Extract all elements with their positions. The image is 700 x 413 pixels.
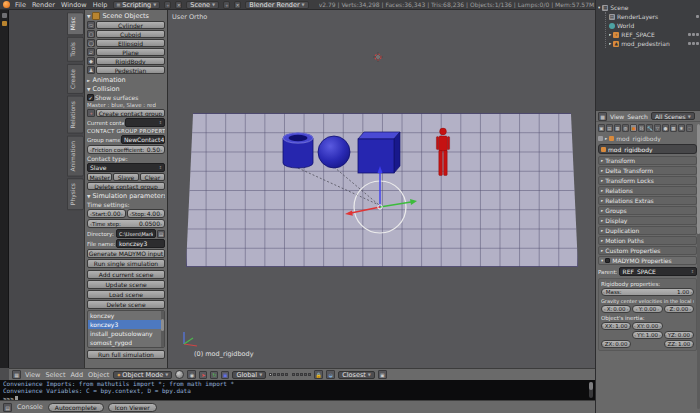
menu-render[interactable]: Render	[31, 1, 56, 9]
cylinder-object[interactable]	[283, 133, 313, 168]
restrict-icons[interactable]	[688, 33, 699, 36]
icon-viewer-button[interactable]: Icon Viewer	[108, 403, 157, 412]
current-contact-dropdown[interactable]: ⇕	[125, 118, 165, 127]
velocity-y-field[interactable]: ‹Y:0.00›	[632, 305, 662, 313]
panel-checkbox[interactable]	[605, 258, 610, 263]
generate-madymo-input-button[interactable]: Generate MADYMO input	[87, 249, 165, 258]
editor-type-icon[interactable]: ▦	[12, 370, 21, 379]
tab-physics-icon[interactable]: ◌	[686, 124, 693, 132]
editor-type-icon[interactable]: ▤	[3, 403, 12, 412]
delete-scene-button[interactable]: Delete scene	[87, 300, 165, 309]
add-menu[interactable]: Add	[70, 371, 85, 379]
file-name-field[interactable]: konczey3	[116, 239, 165, 248]
tab-constraints-icon[interactable]: ⛓	[638, 124, 645, 132]
load-scene-button[interactable]: Load scene	[87, 290, 165, 299]
outliner-view-menu[interactable]: View	[610, 113, 624, 120]
velocity-x-field[interactable]: ‹X:0.00›	[601, 305, 631, 313]
stop-time-slider[interactable]: ‹Stop:4.00›	[127, 209, 166, 218]
pedestrian-object[interactable]	[436, 128, 449, 175]
outliner-item-world[interactable]: World	[609, 21, 699, 30]
render-opengl-icon[interactable]: ▣	[378, 370, 387, 379]
panel-relations-extras[interactable]: ▸Relations Extras	[598, 196, 697, 205]
add-scene-button[interactable]: ＋	[223, 1, 230, 9]
blender-logo-icon[interactable]	[3, 1, 10, 8]
tab-create[interactable]: Create	[67, 64, 84, 94]
panel-custom-properties[interactable]: ▸Custom Properties	[598, 246, 697, 255]
panel-duplication[interactable]: ▸Duplication	[598, 226, 697, 235]
sphere-object[interactable]	[318, 136, 350, 168]
velocity-z-field[interactable]: ‹Z:0.00›	[664, 305, 694, 313]
panel-transform-locks[interactable]: ▸Transform Locks	[598, 176, 697, 185]
add-cuboid-button[interactable]: Cuboid	[96, 30, 165, 38]
remove-scene-button[interactable]: ✕	[234, 1, 241, 9]
render-engine-dropdown[interactable]: Blender Render▼	[245, 1, 308, 9]
create-contact-group-button[interactable]: Create contact group	[96, 109, 165, 117]
outliner-filter-dropdown[interactable]: All Scenes▼	[651, 112, 695, 120]
run-full-simulation-button[interactable]: Run full simulation	[87, 350, 165, 359]
tab-particles-icon[interactable]: ✱	[678, 124, 685, 132]
viewport-shading-icon[interactable]	[175, 370, 184, 379]
assign-slave-button[interactable]: Slave	[113, 173, 138, 181]
outliner-item-ref-space[interactable]: ▸⌖REF_SPACE	[609, 30, 699, 39]
tab-misc[interactable]: Misc	[67, 12, 84, 35]
menu-window[interactable]: Window	[60, 1, 88, 9]
screen-layout-dropdown[interactable]: ▦Scripting▼	[113, 1, 161, 9]
object-menu[interactable]: Object	[87, 371, 110, 379]
tab-material-icon[interactable]: ●	[662, 124, 669, 132]
scene-list-item-selected[interactable]: konczey3	[88, 320, 164, 329]
console-menu[interactable]: Console	[16, 403, 44, 411]
inertia-xy-field[interactable]: ‹XY:0.00›	[632, 322, 662, 330]
delete-contact-group-button[interactable]: Delete contact group	[87, 182, 165, 190]
menu-file[interactable]: File	[14, 1, 27, 9]
parent-dropdown[interactable]: REF_SPACE⇕	[619, 267, 697, 276]
assign-master-button[interactable]: Master	[87, 173, 112, 181]
scene-list[interactable]: konczey konczey3 install_poutsolowany so…	[87, 310, 165, 348]
editor-type-icon[interactable]: ▩	[598, 112, 607, 121]
panel-delta-transform[interactable]: ▸Delta Transform	[598, 166, 697, 175]
tab-modifiers-icon[interactable]: 🔧	[646, 124, 653, 132]
start-time-slider[interactable]: ‹Start:0.00›	[87, 209, 126, 218]
panel-groups[interactable]: ▸Groups	[598, 206, 697, 215]
update-scene-button[interactable]: Update scene	[87, 280, 165, 289]
3d-viewport[interactable]: User Ortho	[168, 10, 595, 368]
scene-list-scrollbar[interactable]	[161, 311, 164, 347]
scene-list-item[interactable]: install_poutsolowany	[88, 329, 164, 338]
layers-grid[interactable]	[269, 373, 311, 376]
object-name-field[interactable]: mod_rigidbody	[598, 144, 697, 154]
tab-render-icon[interactable]: ▣	[598, 124, 605, 132]
autocomplete-button[interactable]: Autocomplete	[48, 403, 104, 412]
menu-help[interactable]: Help	[92, 1, 109, 9]
run-single-simulation-button[interactable]: Run single simulation	[87, 259, 165, 268]
snap-magnet-icon[interactable]: ◒	[326, 370, 335, 379]
mass-slider[interactable]: ‹Mass:1.00›	[601, 288, 694, 296]
animation-panel-header[interactable]: ►Animation	[87, 76, 165, 84]
scene-objects-panel-header[interactable]: ▼Scene Objects	[87, 12, 165, 20]
python-console[interactable]: Convenience Imports: from mathutils impo…	[0, 380, 595, 400]
console-scrollbar[interactable]	[589, 382, 593, 398]
tab-texture-icon[interactable]: ▩	[670, 124, 677, 132]
file-browse-icon[interactable]: ▤	[157, 230, 165, 238]
rotate-manipulator-icon[interactable]: ↻	[210, 371, 218, 379]
tab-physics[interactable]: Physics	[67, 178, 84, 210]
restrict-icons[interactable]	[688, 42, 699, 45]
tab-animation[interactable]: Animation	[67, 136, 84, 177]
pivot-center-icon[interactable]: ◉	[187, 370, 196, 379]
tab-scene-icon[interactable]: ▦	[614, 124, 621, 132]
cube-object[interactable]	[358, 132, 400, 173]
add-layout-button[interactable]: ＋	[164, 1, 171, 9]
tab-object-icon[interactable]: ◼	[630, 124, 637, 132]
select-menu[interactable]: Select	[44, 371, 66, 379]
inertia-xx-field[interactable]: ‹XX:1.00›	[601, 322, 631, 330]
panel-transform[interactable]: ▸Transform	[598, 156, 697, 165]
add-ellipsoid-button[interactable]: Ellipsoid	[96, 39, 165, 47]
add-rigidbody-button[interactable]: RigidBody	[96, 57, 165, 65]
view-menu[interactable]: View	[24, 371, 41, 379]
add-cylinder-button[interactable]: Cylinder	[96, 21, 165, 29]
remove-layout-button[interactable]: ✕	[175, 1, 182, 9]
tab-world-icon[interactable]: ◍	[622, 124, 629, 132]
outliner-item-mod-pedestrian[interactable]: ▸▲mod_pedestrian	[609, 39, 699, 48]
mode-dropdown[interactable]: ◆Object Mode▼	[113, 371, 172, 379]
panel-display[interactable]: ▸Display	[598, 216, 697, 225]
tab-render-layers-icon[interactable]: ▤	[606, 124, 613, 132]
panel-madymo-properties[interactable]: ▾MADYMO Properties	[598, 256, 697, 265]
